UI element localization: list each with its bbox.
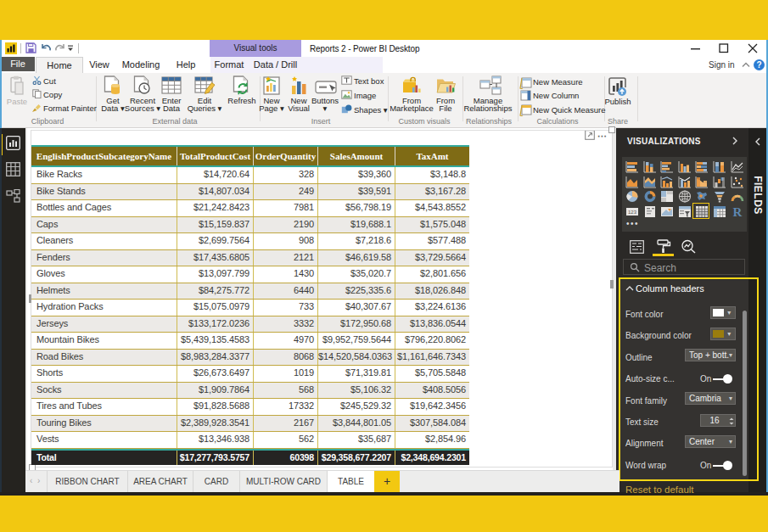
svg-text:123: 123	[628, 210, 637, 215]
svg-text:R: R	[733, 205, 743, 218]
